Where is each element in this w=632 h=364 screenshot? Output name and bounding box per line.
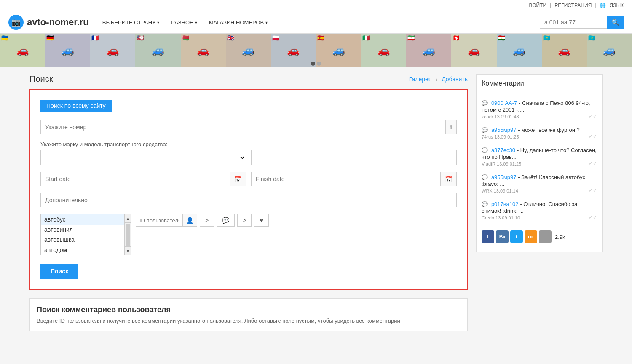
page-title: Поиск [29,74,53,84]
main-nav: ВЫБЕРИТЕ СТРАНУ ▾ РАЗНОЕ ▾ МАГАЗИН НОМЕР… [97,17,273,28]
category-listbox: автобусавтовинилавтовышкаавтодом [40,214,125,255]
comment-bubble-icon: 💬 [482,127,488,133]
category-item-0[interactable]: автобус [41,214,124,225]
heart-icon[interactable]: ♥ [254,214,268,227]
register-link[interactable]: РЕГИСТРАЦИЯ [554,3,592,8]
check-icon-0: ✓✓ [589,113,597,119]
check-icon-1: ✓✓ [589,134,597,139]
search-submit-button[interactable]: Поиск [40,264,78,279]
header-search-input[interactable] [540,16,607,29]
comment-meta-0: kondr 13.09 01:43 [482,114,597,119]
car-thumbnail-7[interactable]: 🚙🇪🇸 [316,34,361,67]
sep1: | [550,3,551,8]
login-link[interactable]: ВОЙТИ [529,3,547,8]
car-thumbnail-2[interactable]: 🚗🇫🇷 [90,34,135,67]
main-layout: Поиск Галерея / Добавить Поиск по всему … [21,67,611,338]
car-thumbnail-11[interactable]: 🚙🇹🇯 [497,34,542,67]
breadcrumb-add-link[interactable]: Добавить [442,76,468,83]
car-thumbnail-4[interactable]: 🚗🇧🇾 [181,34,226,67]
check-icon-4: ✓✓ [589,214,597,220]
calendar-icon[interactable]: 📅 [230,172,246,186]
bottom-section-desc: Введите ID пользователя и получите все к… [37,318,461,324]
user-icon: 👤 [182,214,197,226]
social-count: 2.9k [555,234,565,240]
make-select[interactable]: - [40,150,246,165]
comment-link-4[interactable]: р017ва102 [491,201,519,207]
nav-choose-country[interactable]: ВЫБЕРИТЕ СТРАНУ ▾ [97,17,165,28]
car-slider: 🚗🇺🇦🚙🇩🇪🚗🇫🇷🚙🇺🇸🚗🇧🇾🚙🇬🇧🚗🇵🇱🚙🇪🇸🚗🇮🇹🚙🇮🇷🚗🇨🇭🚙🇹🇯🚗🇰🇿🚙… [0,34,632,67]
nav-misc[interactable]: РАЗНОЕ ▾ [166,17,202,28]
model-input[interactable] [251,150,457,165]
comment-item-4: 💬 р017ва102 - Отлично! Спасибо за снимок… [482,197,597,224]
comment-icon[interactable]: 💬 [217,214,235,227]
comment-link-0[interactable]: 0900 АА-7 [491,100,517,106]
check-icon-2: ✓✓ [589,161,597,166]
comment-bubble-icon: 💬 [482,201,488,207]
logo: 📷 avto-nomer.ru [8,15,89,30]
filter-btn-likes-gt[interactable]: > [237,214,252,227]
category-item-3[interactable]: автодом [41,245,124,255]
logo-icon: 📷 [8,15,24,30]
comment-link-3[interactable]: а955мр97 [491,174,517,180]
top-bar: ВОЙТИ | РЕГИСТРАЦИЯ | 🌐 ЯЗЫК [0,0,632,11]
scroll-up-btn[interactable]: ▲ [125,214,131,223]
logo-text-dark: .ru [77,17,89,27]
category-wrapper: автобусавтовинилавтовышкаавтодом ▲ ▼ [40,214,131,255]
page-title-row: Поиск Галерея / Добавить [29,74,468,84]
comment-item-0: 💬 0900 АА-7 - Сначала с Пежо 806 94-го, … [482,96,597,123]
additional-input[interactable] [40,193,457,207]
car-thumbnail-10[interactable]: 🚗🇨🇭 [451,34,496,67]
filter-btn-comments-gt[interactable]: > [200,214,214,227]
car-thumbnail-5[interactable]: 🚙🇬🇧 [226,34,271,67]
slider-dots [311,62,321,66]
user-id-input[interactable] [136,215,182,226]
calendar-icon[interactable]: 📅 [440,172,456,186]
sidebar: Комментарии 💬 0900 АА-7 - Сначала с Пежо… [476,74,603,331]
odnoklassniki-btn[interactable]: ок [525,230,537,243]
info-icon[interactable]: ℹ [445,120,456,134]
search-section-title: Поиск по всему сайту [40,100,112,112]
scroll-down-btn[interactable]: ▼ [125,246,131,255]
comment-link-2[interactable]: а377ес30 [491,147,515,153]
bottom-section-title: Поиск комментариев пользователя [37,305,461,314]
car-thumbnail-3[interactable]: 🚙🇺🇸 [135,34,180,67]
slider-dot-2[interactable] [317,62,321,66]
search-form-box: Поиск по всему сайту ℹ Укажите марку и м… [29,89,468,290]
logo-text: avto-nomer.ru [27,17,89,28]
comments-list: 💬 0900 АА-7 - Сначала с Пежо 806 94-го, … [482,96,597,224]
chevron-down-icon: ▾ [195,20,197,25]
finish-date-field: 📅 [251,172,457,186]
car-thumbnail-13[interactable]: 🚙🇰🇿 [587,34,632,67]
car-thumbnail-9[interactable]: 🚙🇮🇷 [406,34,451,67]
language-link[interactable]: ЯЗЫК [609,3,624,8]
category-item-2[interactable]: автовышка [41,235,124,245]
header-search-button[interactable]: 🔍 [607,16,624,29]
start-date-input[interactable] [41,172,230,186]
comment-meta-1: 74rus 13.09 01:25 [482,134,597,139]
listbox-scrollbar: ▲ ▼ [125,214,131,255]
facebook-btn[interactable]: f [482,230,494,243]
bottom-section: Поиск комментариев пользователя Введите … [29,298,468,331]
content-area: Поиск Галерея / Добавить Поиск по всему … [29,74,468,331]
twitter-btn[interactable]: t [510,230,523,243]
slider-dot-1[interactable] [311,62,315,66]
plate-number-group: ℹ [40,120,457,134]
category-item-1[interactable]: автовинил [41,225,124,235]
make-model-row: - [40,150,457,165]
breadcrumb-gallery-link[interactable]: Галерея [409,76,432,83]
vk-btn[interactable]: Вк [496,230,509,243]
car-thumbnail-6[interactable]: 🚗🇵🇱 [271,34,316,67]
comment-link-1[interactable]: а955мр97 [491,127,517,133]
plate-number-input[interactable] [41,120,445,134]
comments-title: Комментарии [482,80,597,91]
car-thumbnail-8[interactable]: 🚗🇮🇹 [361,34,406,67]
nav-shop[interactable]: МАГАЗИН НОМЕРОВ ▾ [204,17,273,28]
check-icon-3: ✓✓ [589,187,597,193]
car-thumbnail-1[interactable]: 🚙🇩🇪 [45,34,90,67]
make-model-label: Укажите марку и модель транспортного сре… [40,141,457,147]
car-thumbnail-0[interactable]: 🚗🇺🇦 [0,34,45,67]
car-thumbnail-12[interactable]: 🚗🇰🇿 [542,34,587,67]
more-btn[interactable]: ... [539,230,552,243]
user-id-field: 👤 [136,214,197,227]
finish-date-input[interactable] [252,172,440,186]
